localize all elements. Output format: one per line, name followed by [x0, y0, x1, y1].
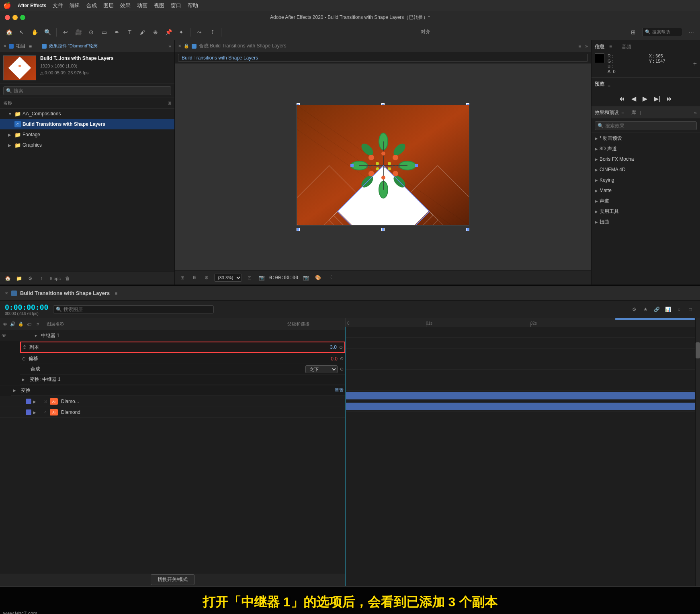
- tl-btn-6[interactable]: □: [686, 305, 695, 314]
- menu-view[interactable]: 视图: [154, 2, 164, 9]
- tree-item-build-comp[interactable]: C Build Transitions with Shape Layers: [0, 119, 174, 129]
- handle-bl[interactable]: [297, 228, 300, 231]
- tree-item-aa-compositions[interactable]: ▼ 📁 AA_Compositions: [0, 108, 174, 119]
- mask-btn[interactable]: 〈: [325, 273, 334, 282]
- menu-animation[interactable]: 动画: [137, 2, 147, 9]
- brush-tool[interactable]: 🖌: [137, 27, 148, 38]
- tl-btn-5[interactable]: ○: [674, 305, 684, 314]
- expand-footage-icon[interactable]: ▶: [8, 133, 13, 137]
- maximize-button[interactable]: [20, 15, 25, 20]
- orbit-tool[interactable]: ⊙: [86, 27, 97, 38]
- expand-effects-icon[interactable]: »: [168, 43, 171, 49]
- pen-tool[interactable]: ✒: [111, 27, 123, 38]
- project-search-input[interactable]: [14, 88, 168, 94]
- effects-item-distort[interactable]: ▶ 扭曲: [592, 217, 700, 227]
- effects-item-boris[interactable]: ▶ Boris FX Mocha: [592, 154, 700, 164]
- effects-menu-icon[interactable]: ≡: [621, 110, 624, 116]
- monitor-btn[interactable]: 🖥: [190, 273, 199, 282]
- first-frame-btn[interactable]: ⏮: [617, 94, 626, 103]
- close-button[interactable]: [5, 15, 10, 20]
- effects-item-channel[interactable]: ▶ 声道: [592, 196, 700, 206]
- fit-btn[interactable]: ⊡: [245, 273, 254, 282]
- close-tl-icon[interactable]: ✕: [5, 291, 8, 295]
- comp-name-tab[interactable]: Build Transitions with Shape Layers: [178, 54, 588, 62]
- expand-transform2-icon[interactable]: ▶: [13, 388, 18, 393]
- menu-comp[interactable]: 合成: [86, 2, 97, 9]
- effects-item-keying[interactable]: ▶ Keying: [592, 175, 700, 185]
- effects-search-wrap[interactable]: 🔍: [595, 121, 697, 130]
- next-frame-btn[interactable]: ▶|: [652, 94, 662, 103]
- smooth-tool[interactable]: ⤴: [207, 27, 218, 38]
- stopwatch-copies[interactable]: ⏱: [23, 345, 27, 350]
- close-panel-icon[interactable]: ✕: [3, 44, 6, 48]
- tree-item-graphics[interactable]: ▶ 📁 Graphics: [0, 140, 174, 150]
- link-copies-icon[interactable]: ⊙: [339, 345, 343, 350]
- eye-icon[interactable]: 👁: [2, 333, 8, 338]
- expand-effects-icon[interactable]: »: [694, 110, 697, 116]
- menu-window[interactable]: 窗口: [171, 2, 181, 9]
- close-comp-icon[interactable]: ✕: [178, 44, 181, 48]
- handle-bc[interactable]: [381, 228, 385, 231]
- home-button[interactable]: 🏠: [3, 27, 14, 38]
- more-btn[interactable]: ⋯: [686, 27, 697, 38]
- delete-btn[interactable]: 🗑: [63, 274, 72, 283]
- expand-transform-icon[interactable]: ▶: [22, 377, 27, 382]
- pin-tool[interactable]: 📌: [163, 27, 174, 38]
- home-footer-btn[interactable]: 🏠: [3, 274, 12, 283]
- link-composite-icon[interactable]: ⊙: [340, 366, 344, 372]
- color-swatch[interactable]: [595, 53, 604, 63]
- scroll-thumb[interactable]: [696, 342, 700, 358]
- apple-icon[interactable]: 🍎: [3, 2, 11, 9]
- expand-repeater-icon[interactable]: ▼: [34, 334, 39, 338]
- toggle-switch-btn[interactable]: 切换开关/模式: [151, 574, 194, 585]
- import-btn[interactable]: ↑: [37, 274, 46, 283]
- snapshot-btn[interactable]: 📷: [257, 273, 266, 282]
- expand-3-icon[interactable]: ▶: [33, 399, 39, 404]
- comp-panel-menu[interactable]: ≡: [578, 43, 581, 49]
- bpc-label[interactable]: 8 bpc: [50, 276, 61, 281]
- workspace-btn[interactable]: ⊞: [628, 27, 639, 38]
- effects-item-cinema4d[interactable]: ▶ CINEMA 4D: [592, 164, 700, 175]
- expand-4-icon[interactable]: ▶: [33, 410, 39, 415]
- text-tool[interactable]: T: [124, 27, 135, 38]
- handle-br[interactable]: [466, 228, 469, 231]
- camera-tool[interactable]: 🎥: [73, 27, 84, 38]
- vertical-scrollbar[interactable]: [695, 318, 700, 586]
- settings-btn[interactable]: ⚙: [26, 274, 35, 283]
- tl-btn-4[interactable]: 📊: [663, 305, 673, 314]
- menu-edit[interactable]: 编辑: [70, 2, 80, 9]
- stopwatch-offset[interactable]: ⏱: [22, 356, 26, 361]
- menu-file[interactable]: 文件: [53, 2, 63, 9]
- expand-comp-icon[interactable]: »: [585, 43, 588, 49]
- composite-dropdown[interactable]: 之下 之上: [305, 365, 338, 373]
- rect-tool[interactable]: ▭: [98, 27, 110, 38]
- tree-item-footage[interactable]: ▶ 📁 Footage: [0, 129, 174, 140]
- expand-aa-icon[interactable]: ▼: [8, 112, 13, 116]
- playhead[interactable]: [346, 327, 346, 586]
- tl-btn-3[interactable]: 🔗: [652, 305, 661, 314]
- tl-search-input[interactable]: [63, 307, 211, 312]
- repeater-name[interactable]: 中继器 1: [41, 332, 344, 339]
- zoom-tool[interactable]: 🔍: [42, 27, 53, 38]
- minimize-button[interactable]: [12, 15, 18, 20]
- tl-search[interactable]: 🔍: [53, 305, 214, 313]
- color-btn[interactable]: 🎨: [313, 273, 322, 282]
- new-folder-btn[interactable]: 📁: [14, 274, 23, 283]
- layer3-bar[interactable]: [346, 392, 695, 399]
- overlay-btn[interactable]: ⊕: [202, 273, 211, 282]
- menu-effects[interactable]: 效果: [120, 2, 131, 9]
- stamp-tool[interactable]: ⊕: [150, 27, 161, 38]
- plus-icon[interactable]: +: [693, 60, 697, 68]
- panel-menu-icon[interactable]: ≡: [29, 43, 32, 49]
- tl-btn-1[interactable]: ⚙: [629, 305, 639, 314]
- effects-item-3d[interactable]: ▶ 3D 声道: [592, 143, 700, 154]
- effects-item-matte[interactable]: ▶ Matte: [592, 185, 700, 196]
- reset-label[interactable]: 重置: [335, 387, 344, 393]
- layer-3-name[interactable]: Diamo...: [61, 399, 344, 404]
- lock-comp-icon[interactable]: 🔒: [184, 43, 189, 49]
- search-help[interactable]: 🔍 搜索帮助: [642, 28, 682, 36]
- play-btn[interactable]: ▶: [641, 94, 649, 103]
- preview-menu-icon[interactable]: ≡: [608, 83, 610, 89]
- effects-item-animation-presets[interactable]: ▶ * 动画预设: [592, 133, 700, 143]
- camera-view-btn[interactable]: 📷: [301, 273, 310, 282]
